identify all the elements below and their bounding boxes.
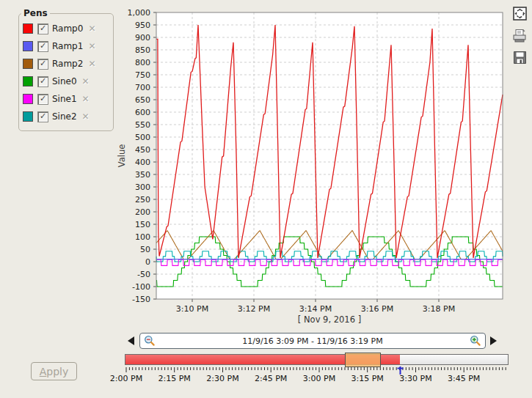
svg-text:3:14 PM: 3:14 PM — [299, 304, 332, 314]
svg-text:2:15 PM: 2:15 PM — [158, 374, 191, 383]
pens-panel-title: Pens — [21, 8, 50, 18]
remove-pen-icon[interactable]: ✕ — [82, 95, 90, 103]
pen-color-swatch — [23, 59, 33, 69]
svg-text:3:00 PM: 3:00 PM — [303, 374, 335, 383]
pen-label: Sine0 — [52, 76, 77, 86]
svg-text:2:45 PM: 2:45 PM — [255, 374, 287, 383]
svg-text:2:00 PM: 2:00 PM — [110, 374, 142, 383]
svg-text:2:30 PM: 2:30 PM — [206, 374, 238, 383]
print-icon — [512, 29, 527, 43]
svg-text:0: 0 — [145, 257, 150, 267]
pen-label: Ramp1 — [52, 41, 83, 51]
fullscreen-icon — [513, 7, 527, 21]
zoom-in-icon[interactable] — [470, 335, 481, 347]
svg-text:[ Nov 9, 2016 ]: [ Nov 9, 2016 ] — [298, 314, 361, 325]
svg-text:300: 300 — [135, 183, 150, 192]
pen-row-ramp1: ✓ Ramp1 ✕ — [23, 37, 110, 55]
svg-text:3:45 PM: 3:45 PM — [448, 374, 480, 383]
pen-checkbox[interactable]: ✓ — [37, 41, 48, 52]
svg-text:3:10 PM: 3:10 PM — [176, 304, 208, 314]
svg-text:600: 600 — [135, 108, 150, 117]
save-button[interactable] — [512, 50, 527, 65]
svg-text:750: 750 — [135, 70, 150, 80]
pen-checkbox[interactable]: ✓ — [37, 59, 48, 70]
scroll-left-button[interactable] — [125, 334, 136, 347]
svg-text:350: 350 — [135, 170, 150, 180]
pen-label: Sine2 — [52, 111, 77, 122]
pen-color-swatch — [23, 76, 33, 86]
svg-text:700: 700 — [135, 83, 150, 92]
pen-row-sine1: ✓ Sine1 ✕ — [23, 90, 110, 108]
left-arrow-icon — [128, 336, 134, 345]
fullscreen-button[interactable] — [512, 6, 527, 21]
svg-text:-100: -100 — [132, 282, 150, 292]
pen-color-swatch — [23, 94, 33, 104]
easy-chart-window: { "icons": {"check": "✓", "remove": "✕"}… — [0, 0, 532, 398]
svg-text:800: 800 — [135, 58, 150, 67]
pen-color-swatch — [23, 111, 33, 122]
right-arrow-icon — [490, 336, 497, 345]
svg-text:3:15 PM: 3:15 PM — [351, 374, 384, 383]
svg-text:550: 550 — [135, 120, 150, 130]
svg-text:850: 850 — [135, 45, 150, 55]
pen-checkbox[interactable]: ✓ — [37, 94, 48, 105]
svg-text:200: 200 — [135, 207, 150, 217]
remove-pen-icon[interactable]: ✕ — [82, 77, 90, 86]
pen-row-sine2: ✓ Sine2 ✕ — [23, 108, 110, 125]
svg-text:650: 650 — [135, 95, 150, 105]
remove-pen-icon[interactable]: ✕ — [82, 112, 90, 121]
remove-pen-icon[interactable]: ✕ — [88, 42, 95, 51]
svg-text:900: 900 — [135, 33, 150, 43]
svg-text:450: 450 — [135, 145, 150, 155]
pen-color-swatch — [23, 41, 33, 51]
svg-text:500: 500 — [135, 133, 150, 142]
pen-color-swatch — [23, 23, 33, 34]
pen-checkbox[interactable]: ✓ — [37, 23, 48, 34]
svg-text:1,000: 1,000 — [128, 8, 151, 18]
svg-text:-150: -150 — [132, 295, 150, 304]
svg-text:-50: -50 — [137, 270, 150, 279]
svg-text:150: 150 — [135, 220, 150, 229]
pen-row-sine0: ✓ Sine0 ✕ — [23, 73, 110, 90]
save-icon — [513, 51, 527, 65]
apply-button[interactable]: Apply — [31, 362, 77, 380]
remove-pen-icon[interactable]: ✕ — [88, 59, 95, 68]
date-range-box[interactable]: 11/9/16 3:09 PM - 11/9/16 3:19 PM — [139, 333, 486, 349]
pen-label: Ramp2 — [52, 59, 83, 69]
remove-pen-icon[interactable]: ✕ — [88, 24, 95, 33]
pen-label: Sine1 — [52, 94, 77, 104]
svg-text:3:18 PM: 3:18 PM — [423, 304, 455, 314]
svg-text:950: 950 — [135, 21, 150, 30]
svg-text:50: 50 — [140, 245, 150, 254]
svg-text:100: 100 — [135, 232, 150, 242]
timeline-track[interactable] — [125, 354, 509, 365]
trend-chart[interactable]: 1,00095090085080075070065060055050045040… — [107, 4, 506, 328]
print-button[interactable] — [512, 28, 527, 43]
timeline-selection-window[interactable] — [345, 353, 381, 367]
pens-panel: Pens ✓ Ramp0 ✕ ✓ Ramp1 ✕ ✓ Ramp2 ✕ ✓ Sin… — [18, 8, 114, 131]
date-range-label: 11/9/16 3:09 PM - 11/9/16 3:19 PM — [156, 336, 470, 346]
svg-text:3:30 PM: 3:30 PM — [399, 374, 431, 383]
timeline-ruler: 2:00 PM2:15 PM2:30 PM2:45 PM3:00 PM3:15 … — [103, 366, 532, 388]
zoom-out-icon[interactable] — [144, 335, 156, 347]
scroll-right-button[interactable] — [488, 334, 498, 347]
svg-text:3:12 PM: 3:12 PM — [238, 304, 270, 314]
svg-text:Value: Value — [117, 144, 127, 168]
svg-text:3:16 PM: 3:16 PM — [361, 304, 393, 314]
chart-toolbar — [512, 6, 528, 72]
pen-checkbox[interactable]: ✓ — [37, 76, 48, 87]
timeline-ticks: 2:00 PM2:15 PM2:30 PM2:45 PM3:00 PM3:15 … — [110, 367, 506, 383]
pen-checkbox[interactable]: ✓ — [37, 111, 48, 122]
svg-text:250: 250 — [135, 195, 150, 204]
pen-label: Ramp0 — [52, 23, 83, 34]
pen-row-ramp0: ✓ Ramp0 ✕ — [23, 20, 110, 37]
pen-row-ramp2: ✓ Ramp2 ✕ — [23, 55, 110, 73]
svg-text:400: 400 — [135, 158, 150, 167]
